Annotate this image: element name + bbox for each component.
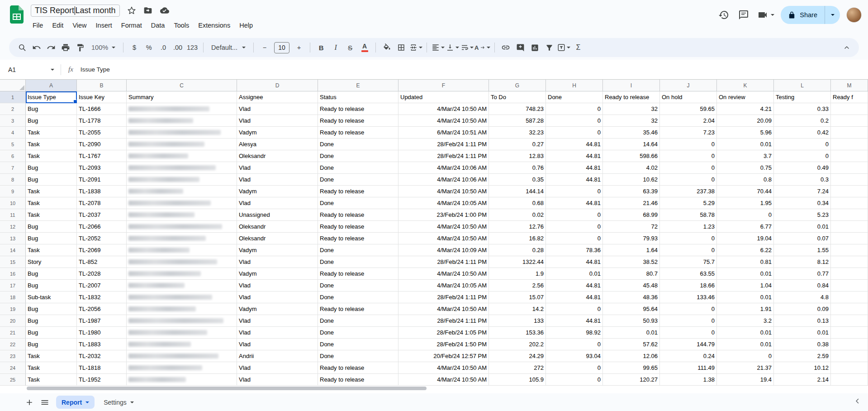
cell-L20[interactable]: 0.13 — [774, 315, 831, 327]
cell-D7[interactable]: Vlad — [237, 162, 318, 174]
cell-C1[interactable]: Summary — [127, 91, 237, 103]
row-header-24[interactable]: 24 — [0, 362, 26, 374]
cell-B9[interactable]: TL-1838 — [77, 186, 127, 197]
cell-A20[interactable]: Bug — [26, 315, 77, 327]
cell-K8[interactable]: 0.8 — [717, 174, 774, 186]
cell-E21[interactable]: Done — [318, 327, 398, 339]
cell-J8[interactable]: 0 — [660, 174, 717, 186]
cell-J13[interactable]: 0 — [660, 233, 717, 244]
meet-button[interactable] — [757, 10, 774, 20]
cell-F25[interactable]: 4/Mar/24 10:50 AM — [398, 374, 489, 386]
version-history-icon[interactable] — [717, 8, 730, 22]
cell-C4[interactable] — [127, 127, 237, 139]
cell-A25[interactable]: Task — [26, 374, 77, 386]
cell-B12[interactable]: TL-2066 — [77, 221, 127, 233]
cell-A18[interactable]: Sub-task — [26, 292, 77, 303]
cell-H12[interactable]: 0 — [546, 221, 603, 233]
cell-J22[interactable]: 144.79 — [660, 339, 717, 350]
cell-D22[interactable]: Vlad — [237, 339, 318, 350]
cell-I15[interactable]: 38.52 — [603, 256, 660, 268]
menu-view[interactable]: View — [68, 19, 91, 32]
cell-D23[interactable]: Andrii — [237, 350, 318, 362]
cell-M5[interactable] — [831, 139, 868, 150]
cell-F12[interactable]: 4/Mar/24 10:50 AM — [398, 221, 489, 233]
cell-J24[interactable]: 111.49 — [660, 362, 717, 374]
cell-E9[interactable]: Ready to release — [318, 186, 398, 197]
cell-D4[interactable]: Vadym — [237, 127, 318, 139]
cell-E19[interactable]: Ready to release — [318, 303, 398, 315]
decrease-decimals-button[interactable]: .0 — [157, 41, 170, 54]
name-box[interactable]: A1 — [0, 60, 61, 79]
cell-K14[interactable]: 6.22 — [717, 244, 774, 256]
cell-G5[interactable]: 0.27 — [489, 139, 546, 150]
insert-chart-icon[interactable] — [528, 41, 541, 54]
cell-A13[interactable]: Bug — [26, 233, 77, 244]
cell-C7[interactable] — [127, 162, 237, 174]
cell-G18[interactable]: 15.07 — [489, 292, 546, 303]
cell-G6[interactable]: 12.83 — [489, 150, 546, 162]
star-icon[interactable] — [127, 6, 136, 15]
more-formats-button[interactable]: 123 — [185, 41, 199, 54]
cell-L9[interactable]: 7.24 — [774, 186, 831, 197]
row-header-20[interactable]: 20 — [0, 315, 26, 327]
cell-F11[interactable]: 23/Feb/24 1:00 PM — [398, 209, 489, 221]
row-header-2[interactable]: 2 — [0, 103, 26, 115]
cell-E7[interactable]: Done — [318, 162, 398, 174]
cell-L8[interactable]: 0.3 — [774, 174, 831, 186]
cell-H22[interactable]: 0 — [546, 339, 603, 350]
cell-H23[interactable]: 93.04 — [546, 350, 603, 362]
cell-J12[interactable]: 1.23 — [660, 221, 717, 233]
cell-H17[interactable]: 44.81 — [546, 280, 603, 292]
cell-M18[interactable] — [831, 292, 868, 303]
cell-D10[interactable]: Vlad — [237, 197, 318, 209]
horizontal-align-icon[interactable] — [431, 41, 445, 54]
cell-A12[interactable]: Bug — [26, 221, 77, 233]
cell-K1[interactable]: On review — [717, 91, 774, 103]
cell-J20[interactable]: 0 — [660, 315, 717, 327]
move-to-folder-icon[interactable] — [143, 6, 152, 15]
cell-K2[interactable]: 4.21 — [717, 103, 774, 115]
cell-J3[interactable]: 2.04 — [660, 115, 717, 127]
row-header-13[interactable]: 13 — [0, 233, 26, 244]
cell-F8[interactable]: 4/Mar/24 10:06 AM — [398, 174, 489, 186]
cell-H5[interactable]: 44.81 — [546, 139, 603, 150]
cell-I14[interactable]: 1.64 — [603, 244, 660, 256]
column-header-D[interactable]: D — [237, 80, 318, 91]
cell-J17[interactable]: 18.66 — [660, 280, 717, 292]
cell-M12[interactable] — [831, 221, 868, 233]
cell-H8[interactable]: 44.81 — [546, 174, 603, 186]
cell-I6[interactable]: 598.66 — [603, 150, 660, 162]
cell-D21[interactable]: Vlad — [237, 327, 318, 339]
cell-C22[interactable] — [127, 339, 237, 350]
chevron-left-icon[interactable] — [854, 397, 862, 407]
cell-J23[interactable]: 0.24 — [660, 350, 717, 362]
cell-G14[interactable]: 0.28 — [489, 244, 546, 256]
add-sheet-icon[interactable] — [22, 395, 37, 410]
cell-K10[interactable]: 1.95 — [717, 197, 774, 209]
cell-B24[interactable]: TL-1818 — [77, 362, 127, 374]
cell-I11[interactable]: 68.99 — [603, 209, 660, 221]
cell-G4[interactable]: 32.23 — [489, 127, 546, 139]
sheets-logo-icon[interactable] — [10, 5, 24, 24]
cell-C3[interactable] — [127, 115, 237, 127]
row-header-5[interactable]: 5 — [0, 139, 26, 150]
cell-F23[interactable]: 20/Feb/24 12:57 PM — [398, 350, 489, 362]
cell-L6[interactable]: 0 — [774, 150, 831, 162]
decrease-font-size-button[interactable]: − — [258, 41, 271, 54]
cell-E15[interactable]: Done — [318, 256, 398, 268]
cell-L1[interactable]: Testing — [774, 91, 831, 103]
cell-F24[interactable]: 4/Mar/24 10:50 AM — [398, 362, 489, 374]
cell-A1[interactable]: Issue Type — [26, 91, 77, 103]
avatar[interactable] — [846, 7, 862, 23]
cell-M4[interactable] — [831, 127, 868, 139]
cell-B22[interactable]: TL-1883 — [77, 339, 127, 350]
cell-C9[interactable] — [127, 186, 237, 197]
cell-E25[interactable]: Ready to release — [318, 374, 398, 386]
bold-button[interactable]: B — [314, 41, 328, 54]
cell-F21[interactable]: 28/Feb/24 1:05 PM — [398, 327, 489, 339]
cell-B15[interactable]: TL-852 — [77, 256, 127, 268]
cell-G24[interactable]: 272 — [489, 362, 546, 374]
cell-G2[interactable]: 748.23 — [489, 103, 546, 115]
cell-F2[interactable]: 4/Mar/24 10:50 AM — [398, 103, 489, 115]
cell-H10[interactable]: 44.81 — [546, 197, 603, 209]
